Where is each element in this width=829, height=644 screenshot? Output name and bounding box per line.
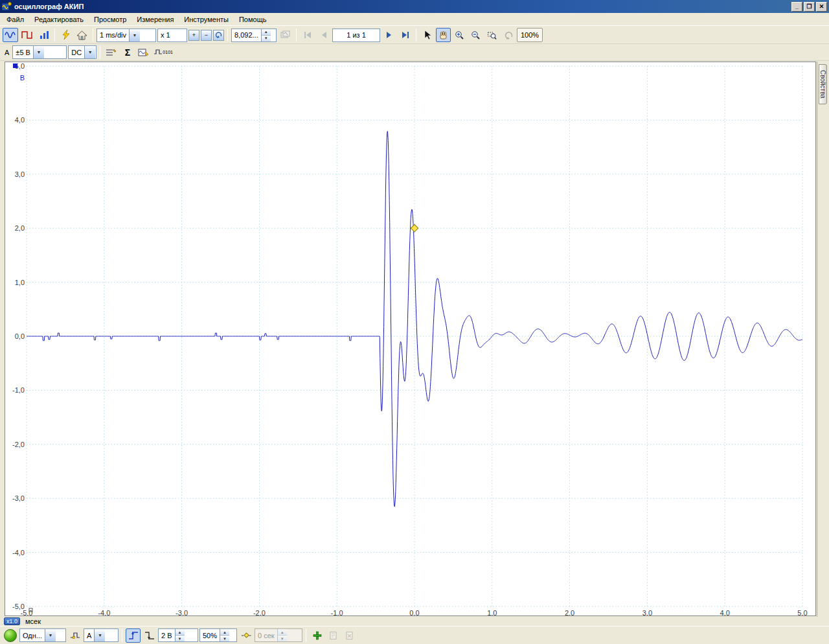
arrow-cursor-icon — [423, 30, 432, 40]
menu-file[interactable]: Файл — [1, 14, 29, 25]
svg-text:-4,0: -4,0 — [98, 609, 110, 616]
start-stop-button[interactable] — [4, 629, 17, 642]
undo-zoom-button[interactable] — [501, 28, 516, 42]
svg-text:5,0: 5,0 — [797, 609, 807, 616]
chevron-down-icon[interactable]: ▼ — [129, 29, 140, 41]
spinner-buttons[interactable]: ▲▼ — [175, 629, 185, 641]
scope-view-button[interactable] — [3, 28, 18, 42]
svg-text:1,0: 1,0 — [487, 609, 497, 616]
buffers-icon — [280, 30, 291, 40]
delete-measurement-button[interactable] — [342, 628, 357, 643]
waveform-plot[interactable]: -5,0-4,0-3,0-2,0-1,00,01,02,03,04,05,05,… — [5, 62, 816, 616]
trigger-level-spinner[interactable]: 2 В ▲▼ — [158, 628, 198, 642]
spectrum-view-button[interactable] — [36, 28, 51, 42]
math-sigma-button[interactable]: Σ — [120, 45, 135, 60]
auto-setup-button[interactable] — [58, 28, 73, 42]
nav-next-button[interactable] — [381, 28, 396, 42]
spinner-buttons[interactable]: ▲▼ — [277, 629, 287, 641]
marquee-zoom-button[interactable] — [484, 28, 499, 42]
square-view-button[interactable] — [19, 28, 35, 42]
zoom-out-tool-button[interactable] — [468, 28, 483, 42]
minimize-button[interactable]: _ — [791, 2, 802, 12]
home-icon — [76, 30, 87, 40]
pretrigger-spinner[interactable]: 50% ▲▼ — [199, 628, 237, 642]
menu-tools[interactable]: Инструменты — [179, 14, 234, 25]
menu-help[interactable]: Помощь — [234, 14, 272, 25]
last-page-icon — [401, 31, 410, 39]
hand-icon — [438, 30, 448, 40]
pan-tool-button[interactable] — [436, 28, 451, 42]
marquee-zoom-icon — [487, 30, 497, 40]
svg-text:2,0: 2,0 — [565, 609, 574, 616]
reference-waveform-button[interactable] — [136, 45, 151, 60]
spectrum-bars-icon — [39, 30, 49, 40]
square-wave-icon — [21, 30, 33, 40]
buffer-indicator[interactable]: 1 из 1 — [332, 29, 380, 42]
digital-inputs-button[interactable]: 0101 — [152, 45, 175, 60]
channel-a-range-select[interactable]: ±5 В ▼ — [12, 45, 67, 59]
time-unit-label: мсек — [25, 617, 41, 625]
spinner-buttons[interactable]: ▲▼ — [261, 29, 271, 41]
x-axis-footer: x1.0 мсек — [4, 617, 41, 626]
nav-prev-button[interactable] — [316, 28, 331, 42]
edit-measurement-button[interactable] — [326, 628, 341, 643]
zoom-in-tool-button[interactable] — [452, 28, 467, 42]
nav-first-button[interactable] — [300, 28, 315, 42]
svg-text:3,0: 3,0 — [15, 170, 25, 178]
chevron-down-icon[interactable]: ▼ — [33, 46, 44, 58]
svg-text:-3,0: -3,0 — [176, 609, 188, 616]
svg-text:-5,0: -5,0 — [12, 603, 25, 610]
chevron-down-icon[interactable]: ▼ — [45, 629, 56, 641]
zoom-100-button[interactable]: 100% — [517, 28, 543, 42]
properties-tab[interactable]: Свойства — [819, 64, 827, 104]
buffer-overview-button[interactable] — [278, 28, 293, 42]
edit-document-icon — [329, 631, 338, 640]
add-measurement-button[interactable] — [310, 628, 324, 643]
window-title: осциллограф АКИП — [14, 3, 84, 10]
app-icon — [2, 2, 12, 12]
app-window: осциллограф АКИП _ ❐ ✕ Файл Редактироват… — [0, 0, 829, 644]
nav-last-button[interactable] — [398, 28, 413, 42]
trigger-source-select[interactable]: A ▼ — [84, 628, 119, 642]
svg-text:0,0: 0,0 — [409, 609, 419, 616]
zoom-out-icon — [471, 30, 481, 40]
zoom-x-out-button[interactable]: − — [201, 30, 212, 41]
home-button[interactable] — [74, 28, 89, 42]
restore-button[interactable]: ❐ — [804, 2, 815, 12]
chevron-down-icon[interactable]: ▼ — [84, 46, 95, 58]
falling-edge-button[interactable] — [142, 628, 157, 643]
delete-document-icon — [345, 631, 354, 640]
quick-trigger-button[interactable] — [67, 628, 82, 643]
trigger-mode-select[interactable]: Одн... ▼ — [19, 628, 66, 642]
zoom-x-reset-button[interactable] — [213, 30, 224, 41]
channel-a-coupling-select[interactable]: DC ▼ — [68, 45, 97, 59]
spinner-buttons[interactable]: ▲▼ — [220, 629, 229, 641]
menu-measurements[interactable]: Измерения — [131, 14, 179, 25]
zoom-x-field[interactable]: x 1 — [157, 29, 187, 42]
delay-spinner[interactable]: 0 сек ▲▼ — [255, 628, 302, 642]
reference-waveform-icon — [138, 48, 149, 57]
svg-text:-1,0: -1,0 — [12, 386, 25, 394]
timebase-select[interactable]: 1 ms/div ▼ — [97, 29, 156, 42]
prev-page-icon — [320, 31, 328, 39]
chevron-down-icon[interactable]: ▼ — [94, 629, 105, 641]
cursor-tool-button[interactable] — [420, 28, 435, 42]
falling-edge-icon — [144, 630, 155, 640]
trigger-marker-button[interactable] — [238, 628, 253, 643]
zoom-x-in-button[interactable]: + — [188, 30, 199, 41]
svg-text:-2,0: -2,0 — [12, 441, 25, 448]
menu-view[interactable]: Просмотр — [89, 14, 131, 25]
probes-button[interactable] — [104, 45, 119, 60]
svg-text:2,0: 2,0 — [15, 224, 25, 232]
channel-a-label: A — [2, 49, 12, 56]
menu-edit[interactable]: Редактировать — [29, 14, 89, 25]
channel-toolbar: A ±5 В ▼ DC ▼ Σ — [0, 44, 829, 61]
rising-edge-icon — [128, 630, 139, 640]
samples-spinner[interactable]: 8,092... ▲▼ — [231, 29, 277, 42]
svg-text:-3,0: -3,0 — [12, 494, 25, 502]
rising-edge-button[interactable] — [126, 628, 141, 643]
main-toolbar: 1 ms/div ▼ x 1 + − 8,092... ▲▼ — [0, 27, 829, 44]
first-page-icon — [303, 31, 312, 39]
svg-text:В: В — [20, 74, 25, 82]
close-button[interactable]: ✕ — [816, 2, 827, 12]
